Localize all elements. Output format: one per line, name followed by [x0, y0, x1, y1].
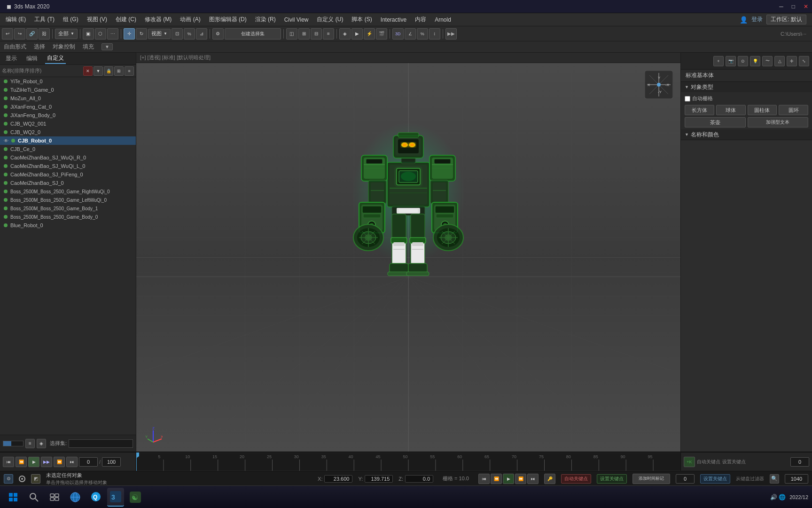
current-frame-input[interactable] [79, 457, 98, 467]
scene-item-jixanfeng-cat[interactable]: JiXanFeng_Cat_0 [0, 103, 136, 111]
mini-play-btn[interactable]: ▶ [503, 474, 514, 484]
key-icon-btn[interactable]: 🔑 [544, 474, 555, 484]
scene-item-cjb-wq2-001[interactable]: CJB_WQ2_001 [0, 119, 136, 128]
tab-edit[interactable]: 编辑 [24, 54, 39, 64]
mini-next-btn[interactable]: ⏭ [527, 474, 539, 484]
percent-btn[interactable]: % [184, 28, 195, 40]
x-val[interactable]: 23.600 [324, 475, 352, 483]
box-btn[interactable]: 长方体 [685, 105, 714, 115]
scene-item-caomei-sj[interactable]: CaoMeiZhanBao_SJ_0 [0, 179, 136, 187]
scene-item-boss-body0[interactable]: Boss_2500M_Boss_2500_Game_Body_0 [0, 213, 136, 221]
status-icon-btn[interactable]: ⚙ [4, 474, 13, 484]
lock-btn[interactable]: 🔒 [104, 66, 113, 76]
3dsmax-taskbar-btn[interactable]: 3 [107, 488, 124, 507]
browser-btn[interactable] [66, 488, 85, 507]
menu-script[interactable]: 脚本 (S) [348, 15, 375, 24]
close-filter-btn[interactable]: ✕ [83, 66, 93, 76]
scene-item-caomei-pifeng[interactable]: CaoMeiZhanBao_SJ_PiFeng_0 [0, 170, 136, 179]
view-dropdown[interactable]: 视图 ▼ [148, 29, 171, 39]
app4-btn[interactable]: ☯ [126, 488, 145, 507]
scene-item-cjb-ce[interactable]: CJB_Ce_0 [0, 145, 136, 153]
sphere-btn[interactable]: 球体 [716, 105, 746, 115]
list-view-btn[interactable]: ≡ [125, 66, 134, 76]
grid-view-btn[interactable]: ⊞ [114, 66, 124, 76]
redo-btn[interactable]: ↪ [14, 28, 25, 40]
rp-camera-btn[interactable]: 📷 [726, 56, 736, 66]
play-btn[interactable]: ▶ [28, 457, 39, 467]
select-tab[interactable]: 选择 [34, 43, 45, 51]
scene-item-cjb-wq2[interactable]: CJB_WQ2_0 [0, 128, 136, 136]
menu-graph-editor[interactable]: 图形编辑器 (D) [205, 15, 250, 24]
free-form-tab[interactable]: 自由形式 [4, 43, 26, 51]
select-lasso-btn[interactable]: ⋯ [107, 28, 118, 40]
search-btn[interactable] [24, 488, 43, 507]
y-val[interactable]: 139.715 [365, 475, 393, 483]
align-btn[interactable]: ⚙ [212, 28, 224, 40]
mini-step-prev-btn[interactable]: ⏪ [491, 474, 502, 484]
scene-item-boss-body1[interactable]: Boss_2500M_Boss_2500_Game_Body_1 [0, 204, 136, 213]
ext-text-btn[interactable]: 加强型文本 [748, 117, 809, 127]
menu-interactive[interactable]: Interactive [377, 16, 410, 24]
scene-item-caomei-r[interactable]: CaoMeiZhanBao_SJ_WuQi_R_0 [0, 153, 136, 162]
array-btn[interactable]: ⊞ [298, 28, 310, 40]
timeline-ruler[interactable]: 5 10 15 20 25 30 35 40 45 [136, 452, 680, 471]
fill-tab[interactable]: 填充 [83, 43, 94, 51]
select-all-dropdown[interactable]: 全部 ▼ [55, 29, 78, 39]
minimize-btn[interactable]: ─ [779, 3, 783, 10]
qq-btn[interactable]: Q [86, 488, 105, 507]
menu-animation[interactable]: 动画 (A) [176, 15, 204, 24]
auto-grid-checkbox[interactable] [685, 96, 690, 102]
frame-num-input[interactable] [790, 457, 809, 467]
search-icon-btn[interactable]: 🔍 [770, 474, 779, 484]
filter-btn[interactable]: ▼ [94, 66, 103, 76]
scene-item-caomei-l[interactable]: CaoMeiZhanBao_SJ_WuQi_L_0 [0, 162, 136, 170]
key-add-btn[interactable]: +K [684, 457, 695, 467]
workspace-select[interactable]: 工作区: 默认 [766, 15, 806, 24]
name-color-header[interactable]: ▼ 名称和颜色 [681, 129, 812, 140]
scene-item-yite[interactable]: YiTe_Robot_0 [0, 77, 136, 86]
taskview-btn[interactable] [45, 488, 64, 507]
viewport-canvas[interactable]: .grid-line { stroke: #555; stroke-width:… [136, 63, 680, 452]
rp-add-btn[interactable]: + [713, 56, 724, 66]
next-frame-btn[interactable]: ⏩ [54, 457, 65, 467]
layer-icon-btn[interactable]: ≡ [25, 439, 35, 448]
scene-item-jixanfeng-body[interactable]: JiXanFeng_Body_0 [0, 111, 136, 119]
quick-render-btn[interactable]: ⚡ [364, 28, 375, 40]
select-region-btn[interactable]: ⬡ [95, 28, 106, 40]
play-all-btn[interactable]: ▶▶ [41, 457, 52, 467]
scene-item-blue-robot[interactable]: Blue_Robot_0 [0, 221, 136, 230]
teapot-btn[interactable]: 茶壶 [685, 117, 746, 127]
set-key2-btn[interactable]: 设置关键点 [700, 474, 730, 484]
rotate-btn[interactable]: ↻ [136, 28, 147, 40]
scene-item-boss-lwuqi[interactable]: Boss_2500M_Boss_2500_Game_LeftWuQi_0 [0, 196, 136, 204]
create-sel-dropdown[interactable]: 创建选择集 [225, 28, 281, 40]
fill-dropdown[interactable]: ▼ [102, 43, 113, 50]
rp-light-btn[interactable]: 💡 [750, 56, 760, 66]
scroll-bar[interactable] [3, 441, 23, 446]
percent-snap-btn[interactable]: % [417, 28, 428, 40]
snap-icon[interactable] [19, 476, 25, 482]
close-btn[interactable]: ✕ [804, 3, 808, 10]
menu-modifier[interactable]: 修改器 (M) [141, 15, 175, 24]
tab-display[interactable]: 显示 [4, 54, 19, 64]
menu-render[interactable]: 渲染 (R) [251, 15, 280, 24]
add-time-marker-btn[interactable]: 添加时间标记 [632, 474, 670, 484]
torus-btn[interactable]: 圆环 [779, 105, 808, 115]
menu-edit[interactable]: 编辑 (E) [2, 15, 30, 24]
rp-sphere-btn[interactable]: ⊙ [738, 56, 748, 66]
angle-snap-btn[interactable]: ∠ [405, 28, 416, 40]
menu-create[interactable]: 创建 (C) [112, 15, 140, 24]
render-icon[interactable]: ◩ [31, 474, 40, 484]
windows-start-btn[interactable] [4, 488, 23, 507]
frame-start-btn[interactable]: ⏮ [3, 457, 14, 467]
mini-step-next-btn[interactable]: ⏩ [515, 474, 526, 484]
link-btn[interactable]: 🔗 [26, 28, 38, 40]
undo-btn[interactable]: ↩ [2, 28, 13, 40]
user-login[interactable]: 登录 [751, 16, 763, 24]
scene-item-tuziheti[interactable]: TuZiHeTi_Game_0 [0, 86, 136, 94]
scene-item-cjb-robot[interactable]: 👁 CJB_Robot_0 [0, 136, 136, 145]
cylinder-btn[interactable]: 圆柱体 [748, 105, 777, 115]
menu-customize[interactable]: 自定义 (U) [313, 15, 347, 24]
prev-frame-btn[interactable]: ⏪ [16, 457, 27, 467]
move-btn[interactable]: ✛ [124, 28, 135, 40]
